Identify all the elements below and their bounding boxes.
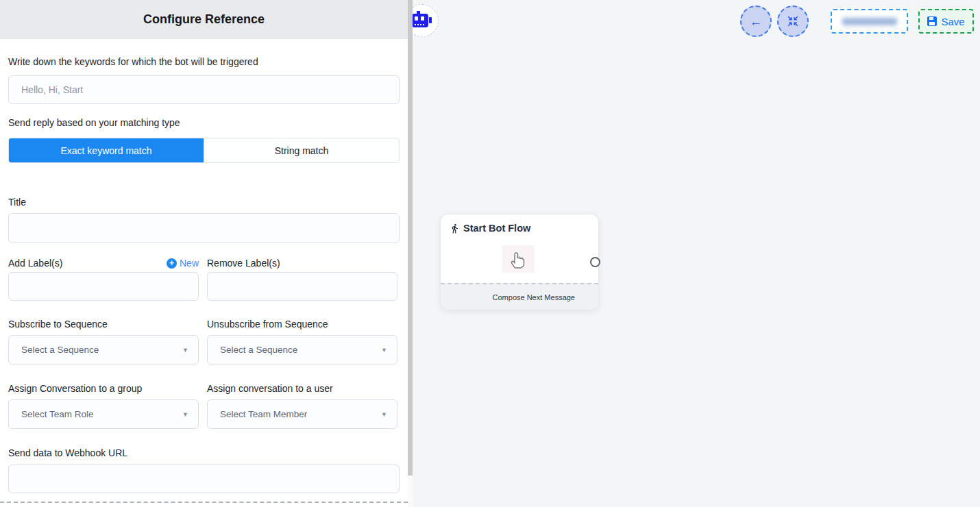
title-label: Title [8,196,400,208]
back-button[interactable]: ← [740,5,772,37]
save-button-label: Save [941,16,964,27]
blurred-action-button[interactable] [831,9,908,34]
panel-scrollbar[interactable] [408,0,413,507]
subscribe-sequence-select[interactable]: Select a Sequence ▼ [8,335,199,364]
unsubscribe-sequence-value: Select a Sequence [220,345,297,355]
node-title: Start Bot Flow [463,223,530,234]
chevron-down-icon: ▼ [182,411,188,418]
start-bot-flow-node[interactable]: Start Bot Flow Compose Next Message [441,214,598,310]
assign-user-label: Assign conversation to a user [207,382,397,395]
blurred-button-label [842,18,897,25]
team-role-value: Select Team Role [21,409,94,419]
hand-pointer-icon [510,249,528,269]
keywords-input[interactable] [8,75,400,104]
sequence-selects-row: Select a Sequence ▼ Select a Sequence ▼ [8,335,400,364]
labels-inputs-row [8,272,400,301]
chevron-down-icon: ▼ [381,347,387,354]
robot-icon [412,14,428,27]
configure-reference-panel: Configure Reference Write down the keywo… [0,0,408,507]
node-output-handle[interactable] [590,257,600,267]
node-header: Start Bot Flow [441,214,598,234]
subscribe-sequence-value: Select a Sequence [21,345,99,355]
tab-exact-keyword-match[interactable]: Exact keyword match [9,138,204,162]
tab-string-match[interactable]: String match [204,138,399,162]
sequence-labels-row: Subscribe to Sequence Unsubscribe from S… [8,318,400,330]
team-member-select[interactable]: Select Team Member ▼ [207,399,397,429]
save-button[interactable]: Save [918,9,974,34]
unsubscribe-sequence-label: Unsubscribe from Sequence [207,318,397,330]
webhook-label: Send data to Webhook URL [8,447,400,459]
scrollbar-thumb[interactable] [408,0,413,475]
team-role-select[interactable]: Select Team Role ▼ [8,399,199,429]
webhook-input[interactable] [8,465,400,493]
flow-canvas[interactable]: ← Save [413,0,980,507]
new-label-button[interactable]: + New [167,258,199,269]
chevron-down-icon: ▼ [182,347,188,354]
keywords-label: Write down the keywords for which the bo… [8,55,400,68]
title-input[interactable] [8,213,400,243]
arrow-left-icon: ← [750,15,763,28]
matching-type-tabs: Exact keyword match String match [8,138,400,163]
chevron-down-icon: ▼ [381,411,387,418]
subscribe-sequence-label: Subscribe to Sequence [8,318,199,330]
team-member-value: Select Team Member [220,409,307,419]
assign-labels-row: Assign Conversation to a group Assign co… [8,382,400,395]
labels-header-row: Add Label(s) + New Remove Label(s) [8,257,400,269]
assign-group-label: Assign Conversation to a group [8,382,199,395]
compress-icon [787,15,799,27]
plus-icon: + [167,258,177,269]
floppy-disk-icon [927,16,937,26]
add-labels-label: Add Label(s) [8,257,62,269]
panel-header: Configure Reference [0,0,408,39]
unsubscribe-sequence-select[interactable]: Select a Sequence ▼ [207,335,397,364]
fit-view-button[interactable] [777,5,809,37]
panel-dashed-border [0,502,408,503]
add-labels-header: Add Label(s) + New [8,257,199,269]
matching-type-label: Send reply based on your matching type [8,116,400,129]
panel-body: Write down the keywords for which the bo… [0,55,408,493]
node-footer: Compose Next Message [441,283,598,310]
page-title: Configure Reference [143,12,265,27]
remove-labels-input[interactable] [207,272,397,301]
compose-next-message-label: Compose Next Message [493,293,575,301]
canvas-toolbar: ← Save [740,5,974,37]
bot-flow-builder: Configure Reference Write down the keywo… [0,0,980,507]
remove-labels-label: Remove Label(s) [207,258,280,269]
walking-person-icon [450,223,460,234]
new-label-button-text: New [180,258,199,269]
add-labels-input[interactable] [8,272,199,301]
click-hint [502,245,535,273]
assign-selects-row: Select Team Role ▼ Select Team Member ▼ [8,399,400,429]
